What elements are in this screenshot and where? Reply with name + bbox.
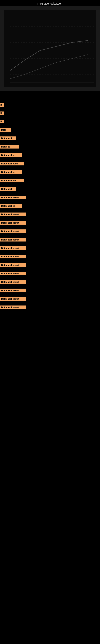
chart-content: [0, 6, 100, 91]
list-item: Bottleneck result: [0, 246, 100, 250]
bottleneck-badge[interactable]: Bottleneck result: [0, 212, 26, 216]
bottleneck-badge[interactable]: Bottleneck result: [0, 230, 26, 233]
bottleneck-badge[interactable]: B: [0, 112, 3, 115]
list-item: Bottleneck: [0, 136, 100, 140]
bottleneck-badge[interactable]: Bottleneck result: [0, 196, 26, 199]
bottleneck-badge[interactable]: Bottleneck result: [0, 280, 26, 284]
site-title-text: TheBottlenecker.com: [37, 2, 63, 5]
list-item: Bottleneck result: [0, 254, 100, 259]
bottleneck-badge[interactable]: Bottleneck result: [0, 272, 26, 275]
bottleneck-badge[interactable]: Bottleneck: [0, 136, 16, 140]
bottleneck-badge[interactable]: Bottleneck result: [0, 221, 26, 224]
bottleneck-badge[interactable]: Bottleneck res: [0, 179, 24, 182]
list-item: Bottleneck result: [0, 297, 100, 301]
list-item: Bottleneck result: [0, 271, 100, 276]
list-item: Bottlene: [0, 144, 100, 149]
list-item: Bottleneck result: [0, 288, 100, 292]
list-item: Bottleneck re: [0, 204, 100, 208]
bottleneck-badge[interactable]: Bottleneck result: [0, 255, 26, 258]
bottleneck-badge[interactable]: Bottleneck re: [0, 153, 22, 157]
list-item: Bottleneck result: [0, 238, 100, 242]
site-title: TheBottlenecker.com: [0, 0, 100, 6]
list-item: Bottl: [0, 128, 100, 132]
list-item: Bottleneck res: [0, 178, 100, 183]
bottleneck-badge[interactable]: B: [0, 103, 3, 107]
list-item: Bottleneck result: [0, 263, 100, 267]
bottleneck-badge[interactable]: Bottleneck result: [0, 297, 26, 301]
chart-area: [0, 6, 100, 91]
list-item: Bottleneck resu: [0, 162, 100, 166]
bottleneck-badge[interactable]: Bottleneck result: [0, 306, 26, 309]
list-item: Bottleneck result: [0, 212, 100, 216]
cursor-indicator: [1, 95, 1, 101]
list-item: Bottleneck result: [0, 280, 100, 284]
bottleneck-badge[interactable]: Bottleneck: [0, 187, 16, 191]
bottleneck-badge[interactable]: B: [0, 120, 3, 123]
bottleneck-badge[interactable]: Bottlene: [0, 145, 19, 148]
svg-rect-0: [4, 10, 96, 87]
results-section: B B B Bottl Bottleneck Bottlene Bottlene…: [0, 91, 100, 317]
bottleneck-badge[interactable]: Bottleneck re: [0, 204, 22, 208]
bottleneck-badge[interactable]: Bottleneck result: [0, 238, 26, 242]
bottleneck-badge[interactable]: Bottl: [0, 128, 11, 132]
bottleneck-badge[interactable]: Bottleneck result: [0, 246, 26, 250]
list-item: Bottleneck re: [0, 170, 100, 174]
list-item: Bottleneck result: [0, 229, 100, 234]
page-container: TheBottlenecker.com: [0, 0, 100, 644]
bottleneck-badge[interactable]: Bottleneck resu: [0, 162, 24, 166]
bottleneck-badge[interactable]: Bottleneck re: [0, 170, 22, 174]
list-item: B: [0, 119, 100, 124]
list-item: Bottleneck result: [0, 220, 100, 225]
bottleneck-badge[interactable]: Bottleneck result: [0, 263, 26, 267]
list-item: B: [0, 111, 100, 115]
list-item: Bottleneck re: [0, 153, 100, 158]
list-item: B: [0, 103, 100, 107]
bottleneck-badge[interactable]: Bottleneck result: [0, 288, 26, 292]
list-item: Bottleneck result: [0, 305, 100, 310]
list-item: Bottleneck result: [0, 195, 100, 200]
list-item: Bottleneck: [0, 187, 100, 191]
chart-svg: [4, 10, 96, 87]
